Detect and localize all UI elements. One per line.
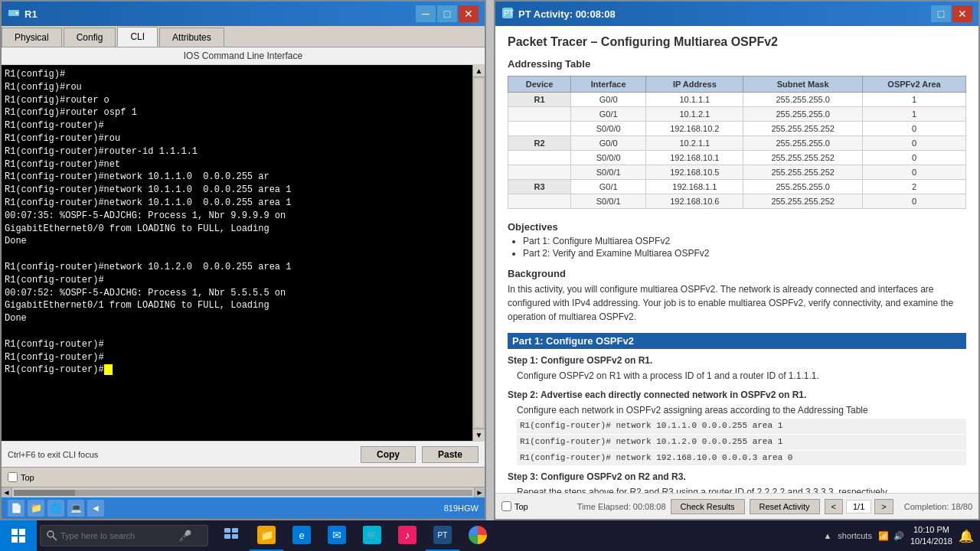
tab-config[interactable]: Config xyxy=(64,28,116,47)
scroll-down-button[interactable]: ▼ xyxy=(473,429,485,441)
file-explorer-icon: 📁 xyxy=(257,526,276,544)
windows-logo xyxy=(11,528,26,543)
volume-tray-icon[interactable]: 🔊 xyxy=(893,531,904,541)
h-scrollbar-thumb[interactable] xyxy=(14,490,75,496)
edge-taskbar[interactable]: e xyxy=(285,520,318,551)
maximize-button[interactable]: □ xyxy=(437,5,457,22)
clock-date: 10/14/2018 xyxy=(910,536,952,547)
scroll-thumb[interactable] xyxy=(475,79,483,427)
table-row: S0/0/1 192.168.10.6 255.255.255.252 0 xyxy=(508,194,966,209)
cell-mask: 255.255.255.0 xyxy=(743,180,863,194)
tab-cli[interactable]: CLI xyxy=(117,27,158,47)
cell-mask: 255.255.255.0 xyxy=(743,107,863,122)
cell-interface: G0/0 xyxy=(571,93,646,107)
cisco-icon: PT xyxy=(433,526,452,544)
edge-icon: e xyxy=(292,526,311,544)
file-explorer-taskbar[interactable]: 📁 xyxy=(250,520,283,551)
cell-device xyxy=(508,165,571,180)
nav-prev-button[interactable]: < xyxy=(825,499,843,514)
microphone-icon[interactable]: 🎤 xyxy=(178,530,191,542)
music-icon: ♪ xyxy=(398,526,416,544)
table-row: S0/0/0 192.168.10.2 255.255.255.252 0 xyxy=(508,122,966,136)
top-checkbox-area: Top xyxy=(8,472,34,482)
chrome-icon xyxy=(469,526,487,544)
cell-device: R1 xyxy=(508,93,571,107)
objective-2: Part 2: Verify and Examine Multiarea OSP… xyxy=(523,248,966,259)
taskbar-folder-icon[interactable]: 📁 xyxy=(28,500,44,517)
task-view-button[interactable] xyxy=(214,520,248,551)
chrome-taskbar[interactable] xyxy=(461,520,495,551)
start-button[interactable] xyxy=(0,520,37,551)
svg-point-8 xyxy=(47,531,54,537)
router-icon xyxy=(8,7,20,19)
pt-main-title: Packet Tracer – Configuring Multiarea OS… xyxy=(508,35,966,49)
cell-ip: 192.168.10.2 xyxy=(646,122,743,136)
cli-content[interactable]: R1(config)# R1(config)#rou R1(config)#ro… xyxy=(2,65,472,441)
nav-next-button[interactable]: > xyxy=(874,499,893,514)
pt-maximize-button[interactable]: □ xyxy=(931,5,951,22)
step1-title: Step 1: Configure OSPFv2 on R1. xyxy=(508,355,966,366)
reset-activity-button[interactable]: Reset Activity xyxy=(750,499,820,514)
taskbar-chevron-up[interactable]: ▲ xyxy=(823,531,831,540)
copy-button[interactable]: Copy xyxy=(361,446,416,463)
pt-window: PT PT Activity: 00:08:08 □ ✕ Packet Trac… xyxy=(494,0,980,520)
cell-mask: 255.255.255.252 xyxy=(743,122,863,136)
top-checkbox[interactable] xyxy=(8,472,18,482)
cell-area: 0 xyxy=(863,194,966,209)
taskbar-search-input[interactable] xyxy=(60,531,175,540)
cell-interface: S0/0/1 xyxy=(571,165,646,180)
objective-1: Part 1: Configure Multiarea OSPFv2 xyxy=(523,236,966,246)
status-bar: Top xyxy=(2,467,485,487)
pt-icon: PT xyxy=(501,7,514,19)
close-button[interactable]: ✕ xyxy=(459,5,479,22)
horizontal-scrollbar[interactable]: ◄ ► xyxy=(2,487,485,497)
minimize-button[interactable]: ─ xyxy=(416,5,436,22)
pt-close-button[interactable]: ✕ xyxy=(952,5,972,22)
scroll-up-button[interactable]: ▲ xyxy=(473,65,485,77)
cell-mask: 255.255.255.0 xyxy=(743,93,863,107)
paste-button[interactable]: Paste xyxy=(422,446,479,463)
store-taskbar[interactable]: 🛒 xyxy=(355,520,389,551)
footer-buttons: Time Elapsed: 00:08:08 Check Results Res… xyxy=(577,499,972,514)
taskbar-search-box[interactable]: 🎤 xyxy=(40,525,208,546)
scroll-left-button[interactable]: ◄ xyxy=(2,487,12,498)
router-window: R1 ─ □ ✕ Physical Config CLI Attributes … xyxy=(0,0,486,520)
h-scrollbar-track[interactable] xyxy=(14,490,472,496)
cisco-pt-taskbar[interactable]: PT xyxy=(426,520,459,551)
cell-interface: S0/0/1 xyxy=(571,194,646,209)
scroll-right-button[interactable]: ► xyxy=(474,487,485,498)
background-text: In this activity, you will configure mul… xyxy=(508,282,966,324)
windows-taskbar: 🎤 📁 e ✉ 🛒 ♪ PT xyxy=(0,520,980,551)
step1-text: Configure OSPFv2 on R1 with a process ID… xyxy=(517,370,819,381)
network-tray-icon[interactable]: 📶 xyxy=(878,531,889,541)
page-navigation: < 1/1 > xyxy=(825,499,893,514)
cell-interface: G0/1 xyxy=(571,180,646,194)
svg-rect-12 xyxy=(224,534,230,539)
cell-mask: 255.255.255.252 xyxy=(743,151,863,165)
svg-rect-10 xyxy=(224,528,230,533)
svg-text:PT: PT xyxy=(504,9,514,18)
taskbar-network-icon[interactable]: 🌐 xyxy=(47,500,64,517)
cell-area: 1 xyxy=(863,93,966,107)
col-area: OSPFv2 Area xyxy=(863,77,966,93)
system-clock[interactable]: 10:10 PM 10/14/2018 xyxy=(910,524,952,548)
step2-code-1: R1(config-router)# network 10.1.1.0 0.0.… xyxy=(517,419,966,434)
table-row: G0/1 10.1.2.1 255.255.255.0 1 xyxy=(508,107,966,122)
tab-attributes[interactable]: Attributes xyxy=(159,28,224,47)
notification-bell[interactable]: 🔔 xyxy=(959,529,974,543)
cell-ip: 192.168.10.5 xyxy=(646,165,743,180)
taskbar-server-icon[interactable]: 💻 xyxy=(67,500,84,517)
cell-interface: S0/0/0 xyxy=(571,122,646,136)
music-taskbar[interactable]: ♪ xyxy=(390,520,424,551)
cli-scrollbar[interactable]: ▲ ▼ xyxy=(472,65,485,441)
tab-physical[interactable]: Physical xyxy=(2,28,62,47)
step3-title: Step 3: Configure OSPFv2 on R2 and R3. xyxy=(508,471,966,482)
footer-top-checkbox[interactable] xyxy=(501,501,511,511)
check-results-button[interactable]: Check Results xyxy=(671,499,745,514)
mail-taskbar[interactable]: ✉ xyxy=(320,520,354,551)
taskbar-file-icon[interactable]: 📄 xyxy=(8,500,24,517)
col-mask: Subnet Mask xyxy=(743,77,863,93)
taskbar-back-icon[interactable]: ◄ xyxy=(87,500,104,517)
router-window-title: R1 xyxy=(24,8,416,20)
store-icon: 🛒 xyxy=(363,526,381,544)
